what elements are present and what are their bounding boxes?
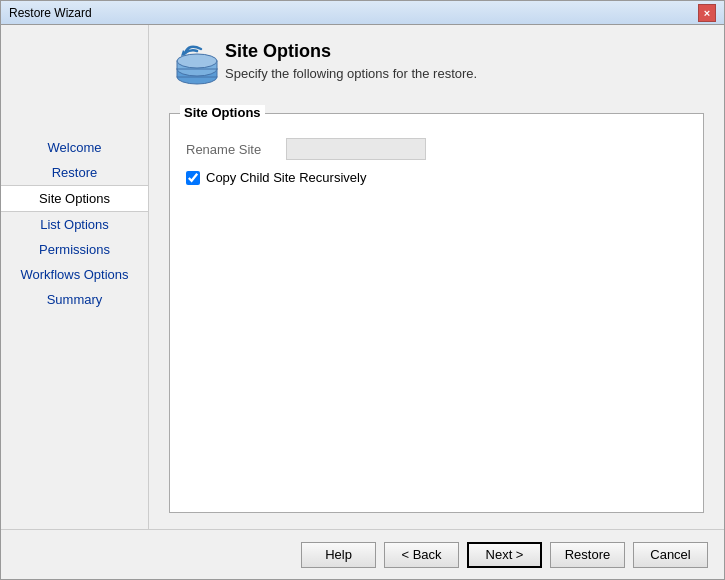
rename-site-row: Rename Site xyxy=(186,138,687,160)
main-area: Site Options Specify the following optio… xyxy=(149,25,724,529)
options-legend: Site Options xyxy=(180,105,265,120)
sidebar-item-list-options[interactable]: List Options xyxy=(1,212,148,237)
sidebar-item-restore[interactable]: Restore xyxy=(1,160,148,185)
restore-wizard-window: Restore Wizard × Welcome Restore Site Op… xyxy=(0,0,725,580)
footer: Help < Back Next > Restore Cancel xyxy=(1,529,724,579)
sidebar-item-site-options[interactable]: Site Options xyxy=(1,185,148,212)
main-header: Site Options Specify the following optio… xyxy=(169,41,704,97)
restore-icon xyxy=(169,41,225,97)
copy-child-row: Copy Child Site Recursively xyxy=(186,170,687,185)
cancel-button[interactable]: Cancel xyxy=(633,542,708,568)
page-title: Site Options xyxy=(225,41,477,62)
window-title: Restore Wizard xyxy=(9,6,92,20)
rename-site-label: Rename Site xyxy=(186,142,286,157)
copy-child-label[interactable]: Copy Child Site Recursively xyxy=(206,170,366,185)
copy-child-checkbox[interactable] xyxy=(186,171,200,185)
sidebar-item-permissions[interactable]: Permissions xyxy=(1,237,148,262)
next-button[interactable]: Next > xyxy=(467,542,542,568)
sidebar-item-summary[interactable]: Summary xyxy=(1,287,148,312)
sidebar-item-welcome[interactable]: Welcome xyxy=(1,135,148,160)
page-subtitle: Specify the following options for the re… xyxy=(225,66,477,81)
svg-point-4 xyxy=(177,54,217,68)
close-button[interactable]: × xyxy=(698,4,716,22)
header-text: Site Options Specify the following optio… xyxy=(225,41,477,81)
help-button[interactable]: Help xyxy=(301,542,376,568)
rename-site-input[interactable] xyxy=(286,138,426,160)
title-bar: Restore Wizard × xyxy=(1,1,724,25)
sidebar-item-workflows-options[interactable]: Workflows Options xyxy=(1,262,148,287)
wizard-content: Welcome Restore Site Options List Option… xyxy=(1,25,724,529)
sidebar: Welcome Restore Site Options List Option… xyxy=(1,25,149,529)
back-button[interactable]: < Back xyxy=(384,542,459,568)
options-box: Site Options Rename Site Copy Child Site… xyxy=(169,113,704,513)
restore-button[interactable]: Restore xyxy=(550,542,625,568)
